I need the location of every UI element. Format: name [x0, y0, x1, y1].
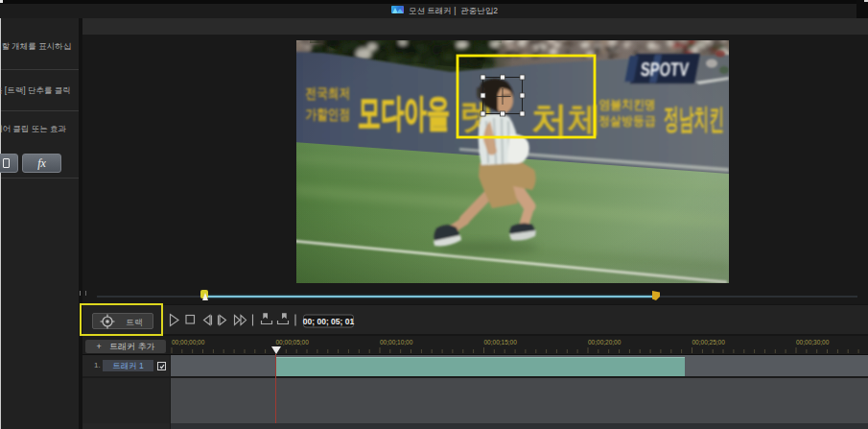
svg-text:00;00;20;00: 00;00;20;00 — [588, 339, 622, 346]
svg-text:00;00;30;00: 00;00;30;00 — [796, 339, 830, 346]
svg-text:00;00;10;00: 00;00;10;00 — [380, 339, 413, 346]
svg-text:00;00;05;00: 00;00;05;00 — [276, 339, 310, 346]
svg-text:00;00;25;00: 00;00;25;00 — [692, 339, 726, 346]
svg-text:00;00;15;00: 00;00;15;00 — [484, 339, 518, 346]
svg-text:00;00;00;00: 00;00;00;00 — [172, 339, 205, 346]
svg-text:00; 00; 05; 01: 00; 00; 05; 01 — [303, 317, 355, 326]
